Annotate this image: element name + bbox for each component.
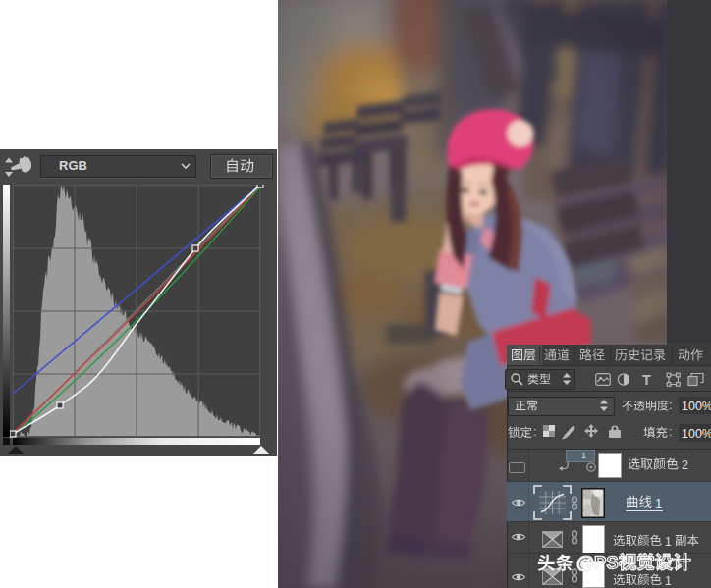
svg-text:T: T — [642, 372, 651, 387]
